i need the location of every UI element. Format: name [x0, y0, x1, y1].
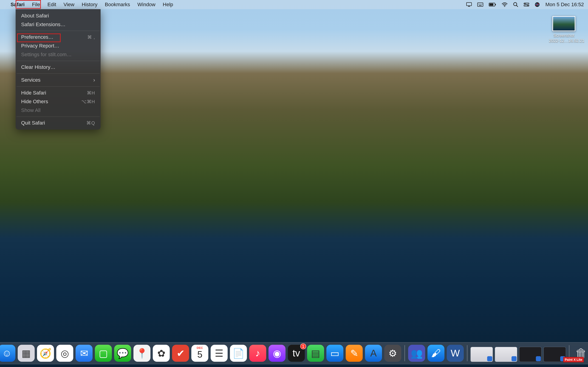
paintx-icon: 🖌: [431, 348, 441, 359]
dock-app-numbers[interactable]: ▤: [307, 345, 324, 362]
dock-app-keynote[interactable]: ▭: [326, 345, 343, 362]
dock-minimized-window[interactable]: [519, 347, 541, 362]
menu-item-label: Show All: [21, 107, 40, 113]
file-label-line1: Screenshot: [549, 33, 579, 38]
menu-window[interactable]: Window: [134, 1, 159, 8]
system-preferences-icon: ⚙: [389, 348, 397, 359]
siri-icon[interactable]: [532, 2, 543, 7]
dock-app-music[interactable]: ♪: [249, 345, 266, 362]
menu-history[interactable]: History: [78, 1, 101, 8]
menu-item-label: Settings for stilt.com…: [21, 52, 72, 58]
menu-item-label: Preferences…: [21, 34, 53, 40]
svg-line-12: [516, 5, 518, 7]
wifi-icon[interactable]: [499, 2, 510, 7]
svg-point-3: [480, 4, 480, 5]
word-icon: W: [451, 348, 460, 359]
dock-app-photos[interactable]: ✿: [153, 345, 170, 362]
menu-item-about-safari[interactable]: About Safari: [16, 11, 101, 20]
menubar: Safari File Edit View History Bookmarks …: [0, 0, 588, 9]
menu-edit[interactable]: Edit: [44, 1, 60, 8]
keyboard-input-icon[interactable]: [475, 2, 486, 7]
dock-app-podcasts[interactable]: ◉: [268, 345, 285, 362]
dock-app-word[interactable]: W: [447, 345, 464, 362]
menu-item-label: Hide Others: [21, 99, 48, 105]
dock-app-calendar[interactable]: DEC5: [191, 345, 208, 362]
svg-rect-1: [477, 3, 483, 6]
menubar-clock[interactable]: Mon 5 Dec 16:52: [543, 2, 585, 8]
dock-app-maps[interactable]: 📍: [133, 345, 150, 362]
notes-icon: 📄: [233, 348, 244, 359]
dock-minimized-window[interactable]: [471, 347, 493, 362]
pages-icon: ✎: [350, 348, 358, 359]
mail-icon: ✉: [80, 348, 88, 359]
spotlight-icon[interactable]: [510, 2, 521, 7]
maps-icon: 📍: [136, 348, 148, 359]
menu-item-preferences[interactable]: Preferences…⌘ ,: [16, 33, 101, 42]
dock-app-todoist[interactable]: ✔: [172, 345, 189, 362]
watermark-badge: Paint X Lite: [563, 357, 584, 362]
menu-separator: [17, 31, 100, 31]
dock-app-reminders[interactable]: ☰: [211, 345, 228, 362]
control-center-icon[interactable]: [521, 2, 532, 7]
dock-app-launchpad[interactable]: ▦: [18, 345, 35, 362]
menubar-right: Mon 5 Dec 16:52: [464, 2, 585, 8]
todoist-icon: ✔: [177, 348, 185, 359]
battery-icon[interactable]: [486, 3, 499, 6]
dock-app-pages[interactable]: ✎: [346, 345, 363, 362]
desktop-file-screenshot[interactable]: Screenshot 2022-12…16.52.21: [549, 16, 579, 43]
dock-app-teams[interactable]: 👥: [408, 345, 425, 362]
menu-item-quit-safari[interactable]: Quit Safari⌘Q: [16, 119, 101, 127]
menu-item-privacy-report[interactable]: Privacy Report…: [16, 42, 101, 50]
menu-bookmarks[interactable]: Bookmarks: [101, 1, 134, 8]
menu-separator: [17, 86, 100, 87]
dock-app-system-preferences[interactable]: ⚙: [384, 345, 401, 362]
app-menu-safari[interactable]: Safari: [7, 1, 28, 8]
dock-app-notes[interactable]: 📄: [230, 345, 247, 362]
menu-item-shortcut: ⌥⌘H: [81, 99, 95, 104]
menu-item-label: About Safari: [21, 13, 49, 19]
keynote-icon: ▭: [330, 348, 339, 359]
dock-app-safari[interactable]: 🧭: [37, 345, 54, 362]
svg-rect-6: [479, 5, 482, 6]
chevron-right-icon: ›: [93, 77, 95, 83]
menu-item-hide-safari[interactable]: Hide Safari⌘H: [16, 89, 101, 97]
dock-app-mail[interactable]: ✉: [76, 345, 93, 362]
screen-mirroring-icon[interactable]: [464, 2, 475, 7]
finder-icon: ☺: [2, 348, 12, 359]
menu-view[interactable]: View: [60, 1, 78, 8]
dock-app-appletv[interactable]: tv1: [288, 345, 305, 362]
menu-item-shortcut: ⌘Q: [86, 120, 95, 126]
dock-app-paintx[interactable]: 🖌: [427, 345, 444, 362]
dock-minimized-window[interactable]: [495, 347, 517, 362]
launchpad-icon: ▦: [22, 348, 31, 359]
dock-app-chrome[interactable]: ◎: [56, 345, 73, 362]
menu-separator: [17, 117, 100, 117]
menu-item-safari-extensions[interactable]: Safari Extensions…: [16, 20, 101, 29]
menu-help[interactable]: Help: [159, 1, 177, 8]
menu-item-clear-history[interactable]: Clear History…: [16, 63, 101, 72]
teams-icon: 👥: [411, 348, 423, 359]
svg-rect-9: [495, 4, 496, 5]
music-icon: ♪: [255, 348, 260, 359]
svg-point-10: [504, 6, 505, 7]
dock-app-appstore[interactable]: A: [365, 345, 382, 362]
dock-app-messages[interactable]: 💬: [114, 345, 131, 362]
facetime-icon: ▢: [99, 348, 108, 359]
reminders-icon: ☰: [215, 348, 224, 359]
file-thumbnail: [552, 16, 575, 31]
dock-app-finder[interactable]: ☺: [0, 345, 15, 362]
svg-point-2: [478, 4, 479, 5]
menu-file[interactable]: File: [28, 1, 44, 8]
menu-item-services[interactable]: Services›: [16, 75, 101, 85]
dock-minimized-window[interactable]: [544, 347, 566, 362]
appstore-icon: A: [370, 348, 377, 359]
menu-item-show-all: Show All: [16, 106, 101, 115]
menubar-left: Safari File Edit View History Bookmarks …: [3, 1, 177, 8]
numbers-icon: ▤: [311, 348, 320, 359]
dock-app-facetime[interactable]: ▢: [95, 345, 112, 362]
svg-point-5: [482, 4, 483, 5]
safari-menu-dropdown: About SafariSafari Extensions…Preference…: [16, 9, 101, 130]
badge: 1: [300, 343, 306, 349]
menu-item-hide-others[interactable]: Hide Others⌥⌘H: [16, 97, 101, 106]
menu-item-shortcut: ⌘H: [87, 90, 95, 96]
